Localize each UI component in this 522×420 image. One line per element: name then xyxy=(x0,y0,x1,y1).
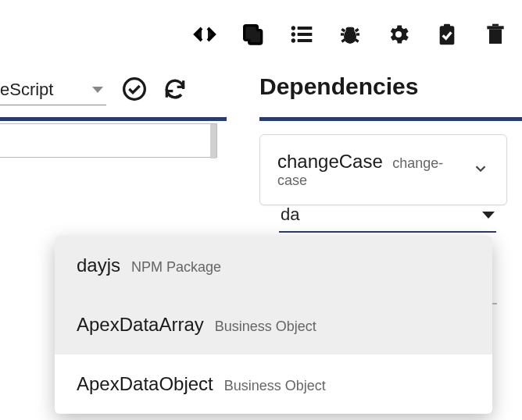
svg-rect-17 xyxy=(444,24,450,28)
copy-icon[interactable] xyxy=(241,22,266,50)
autocomplete-option[interactable]: dayjs NPM Package xyxy=(55,236,492,295)
language-select[interactable]: eScript xyxy=(0,75,106,105)
chevron-down-icon xyxy=(472,160,489,180)
language-select-label: eScript xyxy=(0,80,53,100)
svg-point-3 xyxy=(291,32,295,36)
autocomplete-option-name: ApexDataObject xyxy=(77,373,213,395)
svg-point-5 xyxy=(291,38,295,42)
dependency-name: changeCase xyxy=(277,151,383,172)
dependencies-heading: Dependencies xyxy=(259,73,418,100)
code-editor[interactable] xyxy=(0,123,217,158)
list-icon[interactable] xyxy=(289,22,314,50)
autocomplete-option[interactable]: ApexDataObject Business Object xyxy=(55,354,492,414)
svg-rect-8 xyxy=(346,27,355,33)
autocomplete-option[interactable]: ApexDataArray Business Object xyxy=(55,295,492,354)
divider xyxy=(0,117,227,121)
svg-point-15 xyxy=(395,31,402,37)
check-circle-icon[interactable] xyxy=(122,77,147,105)
autocomplete-option-type: NPM Package xyxy=(131,259,221,276)
autocomplete-option-name: ApexDataArray xyxy=(77,314,204,336)
svg-line-13 xyxy=(341,40,345,42)
svg-rect-19 xyxy=(487,26,503,29)
dependency-card[interactable]: changeCase change-case xyxy=(259,134,507,205)
dependency-search-value: da xyxy=(281,205,299,225)
bug-icon[interactable] xyxy=(338,22,363,50)
svg-line-12 xyxy=(356,29,359,31)
svg-rect-2 xyxy=(298,27,313,30)
dependency-search-input[interactable]: da xyxy=(279,198,496,233)
autocomplete-option-type: Business Object xyxy=(215,319,316,335)
refresh-icon[interactable] xyxy=(163,77,188,105)
autocomplete-dropdown: dayjs NPM Package ApexDataArray Business… xyxy=(55,236,492,414)
autocomplete-option-name: dayjs xyxy=(77,254,120,276)
chevron-down-icon xyxy=(92,87,103,93)
svg-line-14 xyxy=(356,40,359,42)
dropdown-toggle-icon[interactable] xyxy=(482,212,495,219)
gear-icon[interactable] xyxy=(386,22,411,50)
clipboard-check-icon[interactable] xyxy=(434,22,459,50)
scrollbar[interactable] xyxy=(210,124,216,158)
svg-rect-18 xyxy=(489,29,502,44)
svg-line-11 xyxy=(341,29,345,31)
autocomplete-option-type: Business Object xyxy=(224,378,326,394)
svg-rect-20 xyxy=(492,24,499,27)
svg-point-21 xyxy=(124,78,145,99)
code-icon[interactable] xyxy=(192,22,217,50)
trash-icon[interactable] xyxy=(483,22,508,50)
svg-rect-6 xyxy=(298,39,313,42)
svg-rect-4 xyxy=(298,33,313,36)
divider xyxy=(259,117,522,121)
svg-point-1 xyxy=(291,26,295,30)
